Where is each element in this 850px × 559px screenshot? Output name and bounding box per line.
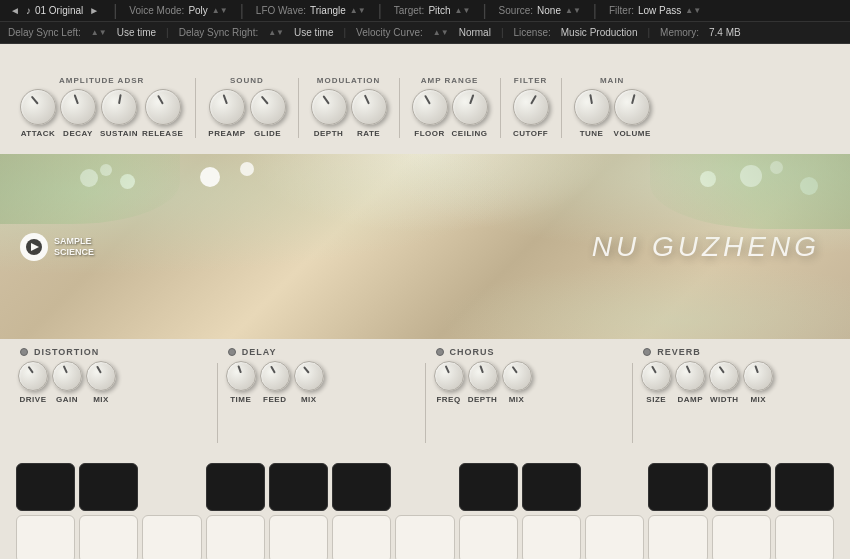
preamp-knob-item: PREAMP	[208, 89, 245, 138]
pad-light-2[interactable]	[79, 515, 138, 559]
lfo-wave-selector[interactable]: LFO Wave: Triangle ▲▼	[256, 5, 366, 16]
next-preset-button[interactable]: ►	[87, 5, 101, 16]
release-knob[interactable]	[145, 89, 181, 125]
filter-selector[interactable]: Filter: Low Pass ▲▼	[609, 5, 701, 16]
lfo-wave-value: Triangle	[310, 5, 346, 16]
delay-mix-label: MIX	[301, 395, 317, 404]
glide-knob-item: GLIDE	[250, 89, 286, 138]
floor-label: FLOOR	[414, 129, 445, 138]
delay-label: DELAY	[242, 347, 277, 357]
attack-label: ATTACK	[21, 129, 56, 138]
pad-dark-5[interactable]	[332, 463, 391, 511]
release-knob-item: RELEASE	[142, 89, 183, 138]
distortion-gain-knob[interactable]	[52, 361, 82, 391]
pad-light-4[interactable]	[206, 515, 265, 559]
reverb-damp-label: DAMP	[677, 395, 703, 404]
target-selector[interactable]: Target: Pitch ▲▼	[394, 5, 471, 16]
memory-value: 7.4 MB	[709, 27, 741, 38]
attack-knob[interactable]	[20, 89, 56, 125]
divider-5	[561, 78, 562, 138]
chorus-mix-label: MIX	[509, 395, 525, 404]
reverb-size-label: SIZE	[646, 395, 666, 404]
chorus-knobs: FREQ DEPTH MIX	[432, 361, 532, 404]
chorus-mix-knob[interactable]	[502, 361, 532, 391]
reverb-knobs: SIZE DAMP WIDTH MIX	[639, 361, 773, 404]
tune-label: TUNE	[580, 129, 604, 138]
pad-light-1[interactable]	[16, 515, 75, 559]
distortion-label: DISTORTION	[34, 347, 99, 357]
pad-light-6[interactable]	[332, 515, 391, 559]
pad-light-9[interactable]	[522, 515, 581, 559]
pad-dark-9[interactable]	[712, 463, 771, 511]
chorus-depth-knob[interactable]	[468, 361, 498, 391]
pad-dark-10[interactable]	[775, 463, 834, 511]
cutoff-knob[interactable]	[513, 89, 549, 125]
effects-div-1	[217, 363, 218, 443]
modulation-label: MODULATION	[311, 76, 387, 85]
reverb-damp-knob[interactable]	[675, 361, 705, 391]
reverb-mix-knob[interactable]	[743, 361, 773, 391]
velocity-curve-label: Velocity Curve:	[356, 27, 423, 38]
delay-feed-item: FEED	[260, 361, 290, 404]
distortion-led[interactable]	[20, 348, 28, 356]
divider-4	[500, 78, 501, 138]
sustain-knob-item: SUSTAIN	[100, 89, 138, 138]
pad-dark-1[interactable]	[16, 463, 75, 511]
effects-div-2	[425, 363, 426, 443]
ceiling-knob[interactable]	[452, 89, 488, 125]
decay-knob[interactable]	[60, 89, 96, 125]
pad-light-13[interactable]	[775, 515, 834, 559]
chorus-mix-item: MIX	[502, 361, 532, 404]
filter-knob-group-label: FILTER	[513, 76, 549, 85]
pad-dark-6[interactable]	[459, 463, 518, 511]
preamp-knob[interactable]	[209, 89, 245, 125]
pad-light-7[interactable]	[395, 515, 454, 559]
pad-dark-4[interactable]	[269, 463, 328, 511]
sustain-knob[interactable]	[101, 89, 137, 125]
reverb-group: REVERB SIZE DAMP WIDTH MIX	[639, 347, 834, 404]
depth-label: DEPTH	[314, 129, 344, 138]
delay-feed-knob[interactable]	[260, 361, 290, 391]
pad-dark-3[interactable]	[206, 463, 265, 511]
reverb-mix-item: MIX	[743, 361, 773, 404]
reverb-width-knob[interactable]	[709, 361, 739, 391]
pad-light-5[interactable]	[269, 515, 328, 559]
pad-light-12[interactable]	[712, 515, 771, 559]
voice-mode-selector[interactable]: Voice Mode: Poly ▲▼	[129, 5, 227, 16]
distortion-drive-label: DRIVE	[20, 395, 47, 404]
preset-selector[interactable]: ◄ ♪ 01 Original ►	[8, 5, 101, 16]
chorus-led[interactable]	[436, 348, 444, 356]
reverb-size-knob[interactable]	[641, 361, 671, 391]
pad-dark-2[interactable]	[79, 463, 138, 511]
distortion-mix-knob[interactable]	[86, 361, 116, 391]
effects-div-3	[632, 363, 633, 443]
reverb-header: REVERB	[639, 347, 701, 357]
prev-preset-button[interactable]: ◄	[8, 5, 22, 16]
pad-light-3[interactable]	[142, 515, 201, 559]
delay-header: DELAY	[224, 347, 277, 357]
filter-group: FILTER CUTOFF	[509, 76, 553, 138]
tune-knob[interactable]	[574, 89, 610, 125]
delay-led[interactable]	[228, 348, 236, 356]
chorus-freq-knob[interactable]	[434, 361, 464, 391]
delay-mix-knob[interactable]	[294, 361, 324, 391]
source-selector[interactable]: Source: None ▲▼	[499, 5, 581, 16]
target-label: Target:	[394, 5, 425, 16]
pad-light-8[interactable]	[459, 515, 518, 559]
decay-label: DECAY	[63, 129, 93, 138]
pad-dark-8[interactable]	[648, 463, 707, 511]
sound-label: SOUND	[208, 76, 285, 85]
depth-knob[interactable]	[311, 89, 347, 125]
reverb-led[interactable]	[643, 348, 651, 356]
pad-dark-7[interactable]	[522, 463, 581, 511]
distortion-drive-knob[interactable]	[18, 361, 48, 391]
volume-knob[interactable]	[614, 89, 650, 125]
pad-light-11[interactable]	[648, 515, 707, 559]
floor-knob[interactable]	[412, 89, 448, 125]
delay-time-knob[interactable]	[226, 361, 256, 391]
knobs-section: AMPLITUDE ADSR ATTACK DECAY SUSTAIN RELE…	[0, 44, 850, 154]
pad-light-10[interactable]	[585, 515, 644, 559]
glide-knob[interactable]	[250, 89, 286, 125]
rate-knob[interactable]	[351, 89, 387, 125]
tune-knob-item: TUNE	[574, 89, 610, 138]
